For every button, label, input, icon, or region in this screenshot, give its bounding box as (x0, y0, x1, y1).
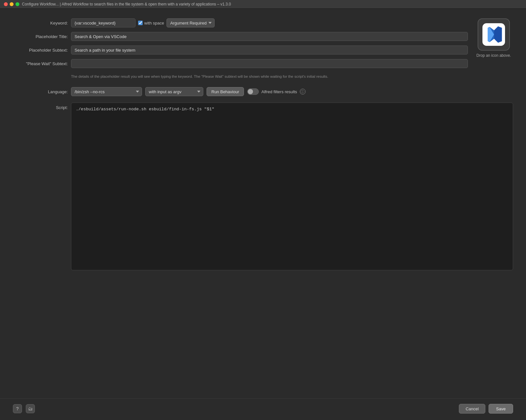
script-label: Script: (13, 103, 68, 110)
placeholder-title-label: Placeholder Title: (13, 34, 68, 39)
help-button[interactable]: ? (13, 404, 22, 413)
folder-icon: 🗂 (28, 406, 33, 411)
language-label: Language: (13, 89, 68, 94)
window-controls (4, 2, 19, 6)
folder-button[interactable]: 🗂 (26, 404, 35, 413)
footer: ? 🗂 Cancel Save (0, 398, 526, 420)
please-wait-row: "Please Wait" Subtext: (13, 59, 468, 68)
footer-right: Cancel Save (459, 404, 513, 414)
icon-drop-area[interactable]: Drop an icon above. (474, 18, 513, 96)
title-bar: Configure Workflow... | Alfred Workflow … (0, 0, 526, 9)
minimize-dot[interactable] (10, 2, 14, 6)
footer-left: ? 🗂 (13, 404, 35, 413)
alfred-filters-label: Alfred filters results (261, 89, 297, 94)
icon-box[interactable] (478, 18, 510, 51)
close-dot[interactable] (4, 2, 8, 6)
with-space-checkbox[interactable] (138, 21, 143, 25)
alfred-filters-toggle[interactable] (247, 88, 259, 95)
keyword-label: Keyword: (13, 21, 68, 25)
save-button[interactable]: Save (489, 404, 513, 414)
vscode-icon (482, 23, 505, 46)
with-space-label[interactable]: with space (138, 21, 164, 25)
main-content: Keyword: with space Argument Required Ar… (0, 9, 526, 398)
language-row: Language: /bin/zsh --no-rcs /bin/bash /b… (13, 87, 468, 96)
run-behaviour-button[interactable]: Run Behaviour (207, 87, 244, 96)
placeholder-subtext-label: Placeholder Subtext: (13, 48, 68, 53)
alfred-filters-info-icon[interactable]: ⓘ (300, 89, 306, 95)
input-mode-dropdown[interactable]: with input as argv with input as {query}… (145, 87, 203, 96)
title-bar-text: Configure Workflow... | Alfred Workflow … (22, 2, 231, 6)
question-icon: ? (16, 406, 19, 411)
script-textarea[interactable]: ./esbuild/assets/run-node.sh esbuild/fin… (71, 103, 513, 270)
language-dropdown[interactable]: /bin/zsh --no-rcs /bin/bash /bin/zsh /us… (71, 87, 142, 96)
cancel-button[interactable]: Cancel (459, 404, 485, 414)
keyword-input[interactable] (71, 18, 136, 27)
argument-dropdown[interactable]: Argument Required Argument Optional No A… (167, 18, 215, 27)
maximize-dot[interactable] (15, 2, 19, 6)
placeholder-title-row: Placeholder Title: (13, 32, 468, 41)
form-fields: Keyword: with space Argument Required Ar… (13, 18, 468, 96)
please-wait-label: "Please Wait" Subtext: (13, 61, 68, 66)
placeholder-subtext-row: Placeholder Subtext: (13, 45, 468, 55)
hint-text: The details of the placeholder result yo… (71, 74, 468, 79)
form-area: Keyword: with space Argument Required Ar… (13, 18, 513, 96)
placeholder-title-input[interactable] (71, 32, 468, 41)
with-space-text: with space (144, 21, 164, 25)
please-wait-input[interactable] (71, 59, 468, 68)
keyword-input-group: with space Argument Required Argument Op… (71, 18, 215, 27)
keyword-row: Keyword: with space Argument Required Ar… (13, 18, 468, 27)
icon-drop-label: Drop an icon above. (476, 53, 511, 58)
placeholder-subtext-input[interactable] (71, 45, 468, 55)
alfred-filters-toggle-group: Alfred filters results ⓘ (247, 88, 306, 95)
script-area: Script: ./esbuild/assets/run-node.sh esb… (13, 103, 513, 270)
